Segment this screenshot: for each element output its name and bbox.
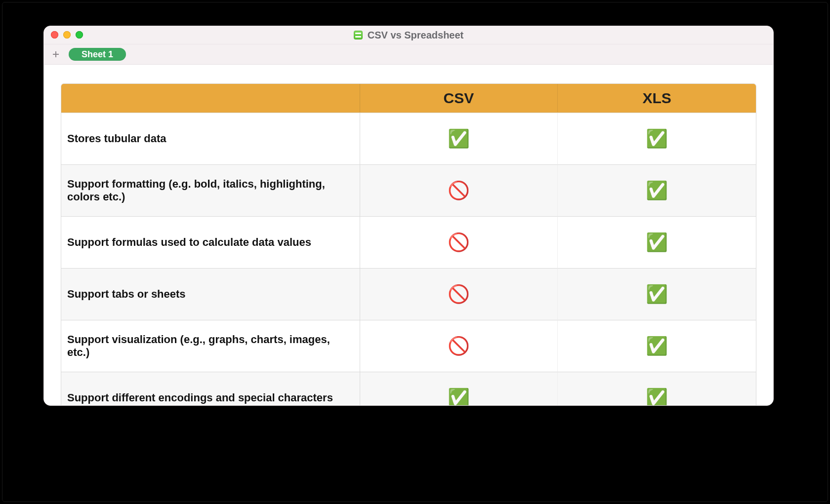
check-icon: ✅ [646, 336, 668, 356]
fullscreen-icon[interactable] [76, 31, 83, 39]
no-entry-icon: 🚫 [448, 232, 470, 252]
header-feature[interactable] [61, 84, 360, 113]
xls-cell[interactable]: ✅ [558, 216, 756, 268]
feature-cell[interactable]: Support visualization (e.g., graphs, cha… [61, 320, 360, 372]
feature-cell[interactable]: Stores tubular data [61, 113, 360, 164]
check-icon: ✅ [646, 128, 668, 149]
csv-cell[interactable]: ✅ [360, 113, 558, 164]
add-sheet-button[interactable] [50, 48, 62, 60]
app-window: CSV vs Spreadsheet Sheet 1 CSV XL [43, 26, 774, 406]
feature-cell[interactable]: Support formatting (e.g. bold, italics, … [61, 164, 360, 216]
window-title-text: CSV vs Spreadsheet [368, 30, 464, 41]
table-row: Support different encodings and special … [61, 372, 756, 406]
table-row: Support formulas used to calculate data … [61, 216, 756, 268]
csv-cell[interactable]: 🚫 [360, 268, 558, 320]
check-icon: ✅ [448, 128, 470, 149]
numbers-app-icon [354, 31, 363, 39]
check-icon: ✅ [646, 388, 668, 406]
xls-cell[interactable]: ✅ [558, 164, 756, 216]
comparison-table: CSV XLS Stores tubular data✅✅Support for… [61, 83, 756, 406]
xls-cell[interactable]: ✅ [558, 113, 756, 164]
csv-cell[interactable]: 🚫 [360, 216, 558, 268]
sheet-tab-label: Sheet 1 [82, 49, 113, 60]
close-icon[interactable] [51, 31, 58, 39]
window-controls [51, 31, 83, 39]
sheet-canvas[interactable]: CSV XLS Stores tubular data✅✅Support for… [44, 65, 773, 406]
table-row: Support visualization (e.g., graphs, cha… [61, 320, 756, 372]
table-header-row: CSV XLS [61, 84, 756, 113]
csv-cell[interactable]: 🚫 [360, 320, 558, 372]
table-body: Stores tubular data✅✅Support formatting … [61, 113, 756, 406]
table-row: Support tabs or sheets🚫✅ [61, 268, 756, 320]
header-csv[interactable]: CSV [360, 84, 558, 113]
feature-cell[interactable]: Support different encodings and special … [61, 372, 360, 406]
titlebar[interactable]: CSV vs Spreadsheet [44, 26, 773, 44]
xls-cell[interactable]: ✅ [558, 372, 756, 406]
sheet-tabbar: Sheet 1 [44, 44, 773, 65]
feature-cell[interactable]: Support tabs or sheets [61, 268, 360, 320]
xls-cell[interactable]: ✅ [558, 268, 756, 320]
xls-cell[interactable]: ✅ [558, 320, 756, 372]
csv-cell[interactable]: ✅ [360, 372, 558, 406]
feature-cell[interactable]: Support formulas used to calculate data … [61, 216, 360, 268]
no-entry-icon: 🚫 [448, 336, 470, 356]
window-title: CSV vs Spreadsheet [354, 30, 464, 41]
check-icon: ✅ [646, 180, 668, 200]
no-entry-icon: 🚫 [448, 180, 470, 200]
sheet-tab-1[interactable]: Sheet 1 [69, 48, 126, 61]
check-icon: ✅ [646, 232, 668, 252]
header-xls[interactable]: XLS [558, 84, 756, 113]
check-icon: ✅ [646, 284, 668, 304]
minimize-icon[interactable] [63, 31, 71, 39]
plus-icon [52, 50, 60, 58]
no-entry-icon: 🚫 [448, 284, 470, 304]
check-icon: ✅ [448, 388, 470, 406]
table-row: Stores tubular data✅✅ [61, 113, 756, 164]
csv-cell[interactable]: 🚫 [360, 164, 558, 216]
table-row: Support formatting (e.g. bold, italics, … [61, 164, 756, 216]
